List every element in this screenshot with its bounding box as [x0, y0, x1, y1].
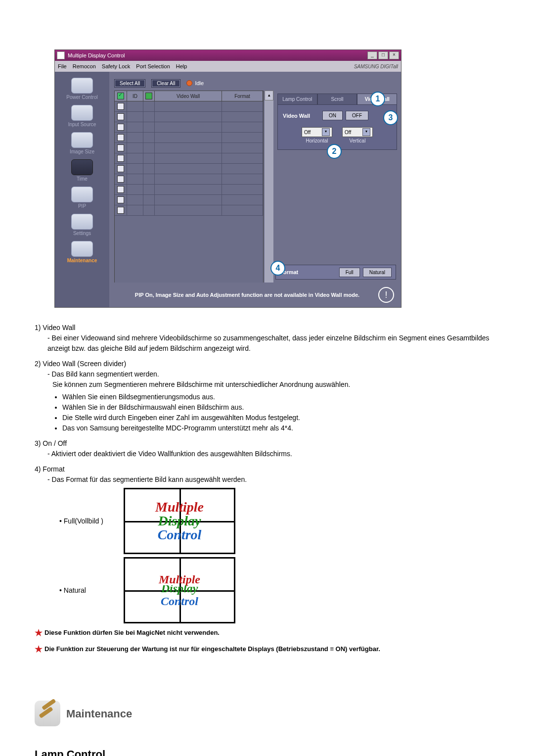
menu-remocon[interactable]: Remocon	[73, 63, 96, 69]
sidebar-item-settings[interactable]: Settings	[60, 212, 104, 236]
chevron-down-icon: ▾	[362, 128, 370, 136]
sidebar-item-power-control[interactable]: Power Control	[60, 76, 104, 100]
row-checkbox[interactable]	[117, 134, 124, 141]
item-1-line: - Bei einer Videowand sind mehrere Video…	[35, 333, 499, 354]
maintenance-icon	[71, 241, 93, 257]
pip-icon	[71, 187, 93, 202]
chevron-down-icon: ▾	[322, 128, 330, 136]
row-checkbox[interactable]	[117, 207, 124, 214]
table-row[interactable]	[115, 205, 263, 216]
scroll-up-icon[interactable]: ▴	[265, 91, 273, 100]
vertical-dropdown[interactable]: Off▾	[342, 127, 373, 137]
window-titlebar: Multiple Display Control _ □ ×	[55, 50, 401, 61]
horizontal-dropdown[interactable]: Off▾	[302, 127, 332, 137]
format-natural-label: Natural	[35, 585, 124, 596]
menu-help[interactable]: Help	[176, 63, 187, 69]
col-id[interactable]: ID	[127, 91, 143, 101]
callout-4: 4	[270, 261, 285, 276]
maximize-button[interactable]: □	[378, 51, 388, 59]
table-row[interactable]	[115, 195, 263, 205]
row-checkbox[interactable]	[117, 165, 124, 172]
table-row[interactable]	[115, 101, 263, 112]
table-row[interactable]	[115, 185, 263, 195]
format-full-label: Full(Vollbild )	[35, 516, 124, 526]
row-checkbox[interactable]	[117, 144, 124, 151]
item-2-b4: Das von Samsung bereitgestellte MDC-Prog…	[62, 423, 499, 433]
document-body: 1) Video Wall - Bei einer Videowand sind…	[35, 323, 499, 756]
table-row[interactable]	[115, 174, 263, 185]
col-format[interactable]: Format	[222, 91, 263, 101]
minimize-button[interactable]: _	[367, 51, 377, 59]
menu-safety-lock[interactable]: Safety Lock	[102, 63, 130, 69]
select-all-button[interactable]: Select All	[114, 79, 145, 88]
off-button[interactable]: OFF	[346, 111, 368, 120]
note-1: ★Diese Funktion dürfen Sie bei MagicNet …	[35, 626, 499, 640]
col-status[interactable]	[143, 91, 155, 101]
row-checkbox[interactable]	[117, 186, 124, 193]
info-icon: !	[378, 287, 394, 303]
item-2-b1: Wählen Sie einen Bildsegmentierungsmodus…	[62, 392, 499, 402]
time-icon	[71, 159, 93, 175]
clear-all-button[interactable]: Clear All	[151, 79, 180, 88]
row-checkbox[interactable]	[117, 155, 124, 162]
table-row[interactable]	[115, 143, 263, 153]
sidebar-item-input-source[interactable]: Input Source	[60, 103, 104, 127]
callout-1: 1	[370, 92, 385, 106]
table-row[interactable]	[115, 153, 263, 164]
display-grid: ID Video Wall Format	[114, 91, 264, 284]
power-icon	[71, 78, 93, 94]
maintenance-heading: Maintenance	[66, 706, 132, 722]
close-button[interactable]: ×	[389, 51, 399, 59]
grid-scrollbar[interactable]: ▴	[265, 91, 273, 284]
brand-label: SAMSUNG DIGITall	[354, 64, 398, 69]
full-button[interactable]: Full	[339, 268, 360, 277]
row-checkbox[interactable]	[117, 103, 124, 110]
sidebar-item-maintenance[interactable]: Maintenance	[60, 239, 104, 263]
row-checkbox[interactable]	[117, 196, 124, 203]
item-1-title: 1) Video Wall	[35, 323, 499, 333]
row-checkbox[interactable]	[117, 113, 124, 120]
status-icon	[145, 93, 152, 99]
star-icon: ★	[35, 628, 43, 638]
idle-dot-icon	[186, 80, 192, 86]
row-checkbox[interactable]	[117, 124, 124, 131]
callout-2: 2	[327, 144, 342, 159]
menu-bar: File Remocon Safety Lock Port Selection …	[55, 61, 401, 72]
item-2-line2: Sie können zum Segmentieren mehrere Bild…	[35, 379, 499, 390]
item-3-line: - Aktiviert oder deaktiviert die Video W…	[35, 449, 499, 459]
item-2-title: 2) Video Wall (Screen divider)	[35, 359, 499, 369]
table-row[interactable]	[115, 164, 263, 174]
video-wall-panel: Video Wall ON OFF Off▾ Horizontal	[277, 104, 397, 150]
horizontal-label: Horizontal	[306, 138, 328, 143]
on-button[interactable]: ON	[322, 111, 343, 120]
item-4-line: - Das Format für das segmentierte Bild k…	[35, 474, 499, 485]
table-row[interactable]	[115, 122, 263, 133]
item-3-title: 3) On / Off	[35, 438, 499, 449]
col-videowall[interactable]: Video Wall	[155, 91, 222, 101]
sidebar-item-time[interactable]: Time	[60, 157, 104, 182]
table-row[interactable]	[115, 133, 263, 143]
callout-3: 3	[383, 110, 398, 125]
sidebar-item-image-size[interactable]: Image Size	[60, 130, 104, 154]
row-checkbox[interactable]	[117, 176, 124, 183]
input-icon	[71, 105, 93, 121]
item-2-b3: Die Stelle wird durch Eingeben einer Zah…	[62, 413, 499, 423]
menu-file[interactable]: File	[58, 63, 67, 69]
sidebar: Power Control Input Source Image Size Ti…	[55, 72, 109, 307]
check-all-icon[interactable]	[117, 93, 124, 99]
natural-button[interactable]: Natural	[363, 268, 392, 277]
maintenance-section-icon	[35, 701, 60, 726]
image-size-icon	[71, 132, 93, 148]
tab-lamp-control[interactable]: Lamp Control	[277, 94, 317, 104]
menu-port-selection[interactable]: Port Selection	[136, 63, 170, 69]
idle-indicator: Idle	[186, 80, 204, 86]
table-row[interactable]	[115, 112, 263, 122]
app-screenshot: Multiple Display Control _ □ × File Remo…	[54, 49, 401, 308]
vertical-label: Vertical	[350, 138, 366, 143]
format-label: Format	[280, 269, 316, 275]
col-check[interactable]	[115, 91, 127, 101]
footer-text: PIP On, Image Size and Auto Adjustment f…	[116, 292, 378, 298]
sidebar-item-pip[interactable]: PIP	[60, 185, 104, 209]
tab-scroll[interactable]: Scroll	[317, 94, 357, 104]
main-panel: Select All Clear All Idle ID Video Wall …	[109, 72, 401, 307]
